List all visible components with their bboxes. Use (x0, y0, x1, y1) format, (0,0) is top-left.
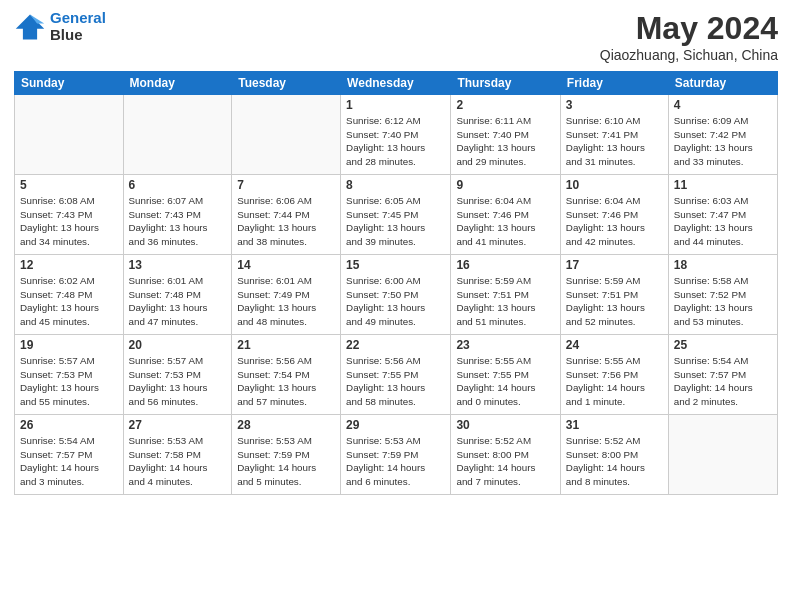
month-year: May 2024 (600, 10, 778, 47)
day-info: Sunrise: 5:52 AM Sunset: 8:00 PM Dayligh… (456, 434, 554, 489)
calendar-week-4: 26Sunrise: 5:54 AM Sunset: 7:57 PM Dayli… (15, 415, 778, 495)
calendar-body: 1Sunrise: 6:12 AM Sunset: 7:40 PM Daylig… (15, 95, 778, 495)
day-header-sunday: Sunday (15, 72, 124, 95)
calendar-cell: 5Sunrise: 6:08 AM Sunset: 7:43 PM Daylig… (15, 175, 124, 255)
logo-icon (14, 11, 46, 43)
day-info: Sunrise: 5:59 AM Sunset: 7:51 PM Dayligh… (566, 274, 663, 329)
day-number: 27 (129, 418, 227, 432)
calendar-cell: 31Sunrise: 5:52 AM Sunset: 8:00 PM Dayli… (560, 415, 668, 495)
day-info: Sunrise: 5:54 AM Sunset: 7:57 PM Dayligh… (674, 354, 772, 409)
day-number: 30 (456, 418, 554, 432)
day-number: 29 (346, 418, 445, 432)
day-number: 12 (20, 258, 118, 272)
calendar-cell: 13Sunrise: 6:01 AM Sunset: 7:48 PM Dayli… (123, 255, 232, 335)
day-number: 24 (566, 338, 663, 352)
day-info: Sunrise: 6:04 AM Sunset: 7:46 PM Dayligh… (566, 194, 663, 249)
calendar-cell: 17Sunrise: 5:59 AM Sunset: 7:51 PM Dayli… (560, 255, 668, 335)
calendar-week-1: 5Sunrise: 6:08 AM Sunset: 7:43 PM Daylig… (15, 175, 778, 255)
day-info: Sunrise: 6:01 AM Sunset: 7:49 PM Dayligh… (237, 274, 335, 329)
day-info: Sunrise: 5:59 AM Sunset: 7:51 PM Dayligh… (456, 274, 554, 329)
calendar-cell: 15Sunrise: 6:00 AM Sunset: 7:50 PM Dayli… (341, 255, 451, 335)
calendar-cell: 21Sunrise: 5:56 AM Sunset: 7:54 PM Dayli… (232, 335, 341, 415)
calendar-cell: 9Sunrise: 6:04 AM Sunset: 7:46 PM Daylig… (451, 175, 560, 255)
day-number: 31 (566, 418, 663, 432)
day-info: Sunrise: 5:58 AM Sunset: 7:52 PM Dayligh… (674, 274, 772, 329)
day-info: Sunrise: 6:04 AM Sunset: 7:46 PM Dayligh… (456, 194, 554, 249)
calendar-cell: 10Sunrise: 6:04 AM Sunset: 7:46 PM Dayli… (560, 175, 668, 255)
calendar-cell: 14Sunrise: 6:01 AM Sunset: 7:49 PM Dayli… (232, 255, 341, 335)
calendar-cell: 26Sunrise: 5:54 AM Sunset: 7:57 PM Dayli… (15, 415, 124, 495)
day-number: 19 (20, 338, 118, 352)
day-number: 1 (346, 98, 445, 112)
day-info: Sunrise: 5:57 AM Sunset: 7:53 PM Dayligh… (129, 354, 227, 409)
day-info: Sunrise: 5:53 AM Sunset: 7:58 PM Dayligh… (129, 434, 227, 489)
calendar-cell (15, 95, 124, 175)
calendar-cell: 19Sunrise: 5:57 AM Sunset: 7:53 PM Dayli… (15, 335, 124, 415)
day-number: 4 (674, 98, 772, 112)
header-row: SundayMondayTuesdayWednesdayThursdayFrid… (15, 72, 778, 95)
calendar-cell (232, 95, 341, 175)
day-info: Sunrise: 6:08 AM Sunset: 7:43 PM Dayligh… (20, 194, 118, 249)
title-block: May 2024 Qiaozhuang, Sichuan, China (600, 10, 778, 63)
calendar-cell: 12Sunrise: 6:02 AM Sunset: 7:48 PM Dayli… (15, 255, 124, 335)
day-info: Sunrise: 6:06 AM Sunset: 7:44 PM Dayligh… (237, 194, 335, 249)
day-info: Sunrise: 6:10 AM Sunset: 7:41 PM Dayligh… (566, 114, 663, 169)
svg-marker-0 (16, 14, 44, 39)
calendar-cell: 30Sunrise: 5:52 AM Sunset: 8:00 PM Dayli… (451, 415, 560, 495)
calendar-cell: 3Sunrise: 6:10 AM Sunset: 7:41 PM Daylig… (560, 95, 668, 175)
day-info: Sunrise: 5:53 AM Sunset: 7:59 PM Dayligh… (346, 434, 445, 489)
calendar-cell: 28Sunrise: 5:53 AM Sunset: 7:59 PM Dayli… (232, 415, 341, 495)
day-info: Sunrise: 6:11 AM Sunset: 7:40 PM Dayligh… (456, 114, 554, 169)
calendar-header: SundayMondayTuesdayWednesdayThursdayFrid… (15, 72, 778, 95)
day-number: 9 (456, 178, 554, 192)
page: General Blue May 2024 Qiaozhuang, Sichua… (0, 0, 792, 612)
day-info: Sunrise: 5:55 AM Sunset: 7:56 PM Dayligh… (566, 354, 663, 409)
day-info: Sunrise: 5:54 AM Sunset: 7:57 PM Dayligh… (20, 434, 118, 489)
calendar-cell: 2Sunrise: 6:11 AM Sunset: 7:40 PM Daylig… (451, 95, 560, 175)
day-number: 18 (674, 258, 772, 272)
calendar-cell: 23Sunrise: 5:55 AM Sunset: 7:55 PM Dayli… (451, 335, 560, 415)
day-number: 26 (20, 418, 118, 432)
day-info: Sunrise: 5:56 AM Sunset: 7:54 PM Dayligh… (237, 354, 335, 409)
day-info: Sunrise: 6:03 AM Sunset: 7:47 PM Dayligh… (674, 194, 772, 249)
calendar-cell: 22Sunrise: 5:56 AM Sunset: 7:55 PM Dayli… (341, 335, 451, 415)
day-number: 15 (346, 258, 445, 272)
calendar-cell: 4Sunrise: 6:09 AM Sunset: 7:42 PM Daylig… (668, 95, 777, 175)
day-number: 23 (456, 338, 554, 352)
day-number: 2 (456, 98, 554, 112)
calendar-cell (668, 415, 777, 495)
day-number: 8 (346, 178, 445, 192)
day-number: 7 (237, 178, 335, 192)
calendar-cell: 6Sunrise: 6:07 AM Sunset: 7:43 PM Daylig… (123, 175, 232, 255)
day-info: Sunrise: 6:01 AM Sunset: 7:48 PM Dayligh… (129, 274, 227, 329)
day-number: 13 (129, 258, 227, 272)
calendar-week-0: 1Sunrise: 6:12 AM Sunset: 7:40 PM Daylig… (15, 95, 778, 175)
calendar-cell: 27Sunrise: 5:53 AM Sunset: 7:58 PM Dayli… (123, 415, 232, 495)
logo: General Blue (14, 10, 106, 43)
calendar-cell: 24Sunrise: 5:55 AM Sunset: 7:56 PM Dayli… (560, 335, 668, 415)
day-info: Sunrise: 6:07 AM Sunset: 7:43 PM Dayligh… (129, 194, 227, 249)
day-number: 11 (674, 178, 772, 192)
day-info: Sunrise: 6:05 AM Sunset: 7:45 PM Dayligh… (346, 194, 445, 249)
calendar-cell: 29Sunrise: 5:53 AM Sunset: 7:59 PM Dayli… (341, 415, 451, 495)
day-info: Sunrise: 6:00 AM Sunset: 7:50 PM Dayligh… (346, 274, 445, 329)
calendar-cell: 7Sunrise: 6:06 AM Sunset: 7:44 PM Daylig… (232, 175, 341, 255)
day-number: 16 (456, 258, 554, 272)
day-info: Sunrise: 5:53 AM Sunset: 7:59 PM Dayligh… (237, 434, 335, 489)
day-info: Sunrise: 6:02 AM Sunset: 7:48 PM Dayligh… (20, 274, 118, 329)
calendar-cell: 1Sunrise: 6:12 AM Sunset: 7:40 PM Daylig… (341, 95, 451, 175)
day-number: 5 (20, 178, 118, 192)
logo-line2: Blue (50, 26, 83, 43)
calendar-cell (123, 95, 232, 175)
day-info: Sunrise: 5:55 AM Sunset: 7:55 PM Dayligh… (456, 354, 554, 409)
day-number: 6 (129, 178, 227, 192)
day-number: 10 (566, 178, 663, 192)
day-info: Sunrise: 5:56 AM Sunset: 7:55 PM Dayligh… (346, 354, 445, 409)
calendar-cell: 20Sunrise: 5:57 AM Sunset: 7:53 PM Dayli… (123, 335, 232, 415)
calendar-cell: 25Sunrise: 5:54 AM Sunset: 7:57 PM Dayli… (668, 335, 777, 415)
calendar-cell: 8Sunrise: 6:05 AM Sunset: 7:45 PM Daylig… (341, 175, 451, 255)
day-header-wednesday: Wednesday (341, 72, 451, 95)
day-header-thursday: Thursday (451, 72, 560, 95)
day-number: 22 (346, 338, 445, 352)
logo-text: General Blue (50, 10, 106, 43)
